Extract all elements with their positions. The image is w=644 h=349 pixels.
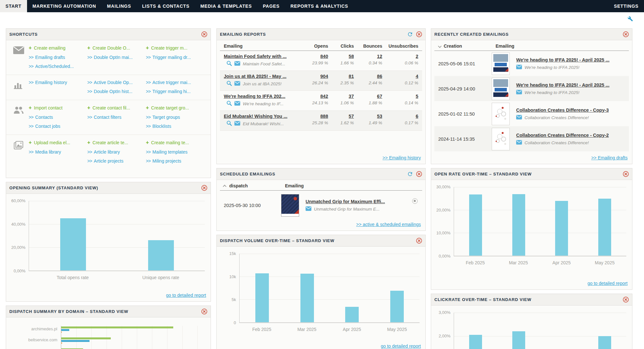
- emailing-name-link[interactable]: We're heading to IFFA 2025! - April 2025…: [516, 57, 625, 62]
- shortcut-link-link[interactable]: >>Mailing templates: [146, 149, 203, 155]
- search-icon[interactable]: [226, 120, 232, 127]
- bounces-value-link[interactable]: 53: [354, 114, 382, 119]
- shortcut-link-link[interactable]: >>Active trigger mai...: [146, 80, 203, 85]
- close-icon[interactable]: [201, 31, 207, 37]
- emailing-name-link[interactable]: Maintain Food Safety with ...: [224, 54, 301, 59]
- column-header-emailing[interactable]: Emailing: [285, 183, 418, 188]
- wrench-icon[interactable]: [628, 16, 633, 22]
- shortcut-create-link[interactable]: +Import contact: [29, 105, 85, 111]
- detailed-report-link[interactable]: go to detailed report: [587, 281, 628, 286]
- shortcut-link-link[interactable]: >>Active Double Op...: [87, 80, 144, 85]
- shortcut-link-link[interactable]: >>Article library: [87, 149, 144, 155]
- shortcut-link-link[interactable]: >>Active/Scheduled...: [29, 64, 85, 69]
- shortcut-create-link[interactable]: +Create emailing: [29, 45, 85, 51]
- close-icon[interactable]: [201, 185, 207, 191]
- shortcut-link-link[interactable]: >>Trigger mailing dr...: [146, 55, 203, 60]
- emailing-name-link[interactable]: Eid Mubarak! Wishing You ...: [224, 114, 301, 119]
- nav-item-marketing-automation[interactable]: MARKETING AUTOMATION: [27, 0, 102, 12]
- emailing-drafts-link[interactable]: >> Emailing drafts: [591, 155, 628, 160]
- mail-icon[interactable]: [516, 65, 522, 71]
- emailing-name-link[interactable]: Join us at IBA 2025! - May ...: [224, 74, 301, 79]
- detailed-report-link[interactable]: go to detailed report: [381, 344, 421, 349]
- mail-icon[interactable]: [234, 101, 240, 107]
- close-icon[interactable]: [201, 308, 207, 315]
- close-icon[interactable]: [623, 297, 629, 303]
- shortcut-link-link[interactable]: >>Blocklists: [146, 124, 203, 129]
- nav-item-settings[interactable]: SETTINGS: [609, 0, 644, 12]
- clicks-value-link[interactable]: 58: [328, 54, 354, 59]
- close-icon[interactable]: [416, 31, 422, 37]
- close-icon[interactable]: [416, 171, 422, 177]
- unsubscribes-value-link[interactable]: 2: [382, 54, 418, 59]
- shortcut-link-link[interactable]: >>Contact jobs: [29, 124, 85, 129]
- mail-icon[interactable]: [516, 90, 522, 96]
- shortcut-link-link[interactable]: >>Emailing history: [29, 80, 85, 85]
- clicks-value-link[interactable]: 81: [328, 74, 354, 79]
- mail-icon[interactable]: [516, 115, 522, 121]
- shortcut-create-link[interactable]: +Upload media el...: [29, 140, 85, 146]
- nav-item-mailings[interactable]: MAILINGS: [101, 0, 137, 12]
- emailing-history-link[interactable]: >> Emailing history: [383, 155, 421, 160]
- nav-item-start[interactable]: START: [0, 0, 27, 12]
- stop-icon[interactable]: [412, 198, 418, 204]
- shortcut-link-link[interactable]: >>Emailing drafts: [29, 55, 85, 60]
- shortcut-link-link[interactable]: >>Contacts: [29, 115, 85, 120]
- emailing-name-link[interactable]: We're heading to IFFA 202...: [224, 94, 301, 99]
- mail-icon[interactable]: [234, 81, 240, 87]
- column-header-emailing[interactable]: Emailing: [496, 43, 625, 49]
- column-header-dispatch[interactable]: dispatch: [224, 183, 285, 188]
- unsubscribes-value-link[interactable]: 4: [382, 74, 418, 79]
- shortcut-link-link[interactable]: >>Contact filters: [87, 115, 144, 120]
- opens-value-link[interactable]: 842: [301, 94, 328, 99]
- shortcut-link-link[interactable]: >>Miling projects: [146, 158, 203, 164]
- shortcut-create-link[interactable]: +Create contact fil...: [87, 105, 144, 111]
- detailed-report-link[interactable]: go to detailed report: [166, 293, 206, 298]
- emailing-name-link[interactable]: We're heading to IFFA 2025! - April 2025…: [516, 82, 625, 88]
- mail-icon[interactable]: [306, 206, 311, 212]
- opens-value-link[interactable]: 888: [301, 114, 328, 119]
- emailing-name-link[interactable]: Collaboration Creates Difference - Copy-…: [516, 108, 625, 113]
- column-header-creation[interactable]: Creation: [438, 43, 496, 49]
- shortcut-link-link[interactable]: >>Media library: [29, 149, 85, 155]
- unsubscribes-value-link[interactable]: 5: [382, 94, 418, 99]
- close-icon[interactable]: [623, 31, 629, 37]
- search-icon[interactable]: [226, 61, 232, 67]
- nav-item-lists-contacts[interactable]: LISTS & CONTACTS: [137, 0, 195, 12]
- emailing-name-link[interactable]: Unmatched Grip for Maximum Effi...: [306, 199, 418, 204]
- clicks-value-link[interactable]: 37: [328, 94, 354, 99]
- close-icon[interactable]: [416, 238, 422, 244]
- column-header-unsubscribes[interactable]: Unsubscribes: [382, 43, 418, 49]
- clicks-value-link[interactable]: 57: [328, 114, 354, 119]
- shortcut-create-link[interactable]: +Create mailing te...: [146, 140, 203, 146]
- column-header-clicks[interactable]: Clicks: [328, 43, 354, 49]
- refresh-icon[interactable]: [407, 171, 413, 177]
- mail-icon[interactable]: [234, 61, 240, 67]
- search-icon[interactable]: [226, 100, 232, 107]
- shortcut-create-link[interactable]: +Create target gro...: [146, 105, 203, 111]
- opens-value-link[interactable]: 840: [301, 54, 328, 59]
- column-header-bounces[interactable]: Bounces: [354, 43, 382, 49]
- bounces-value-link[interactable]: 86: [354, 74, 382, 79]
- shortcut-create-link[interactable]: +Create article te...: [87, 140, 144, 146]
- search-icon[interactable]: [226, 80, 232, 87]
- bounces-value-link[interactable]: 12: [354, 54, 382, 59]
- shortcut-link-link[interactable]: >>Trigger mailing hi...: [146, 89, 203, 94]
- column-header-opens[interactable]: Opens: [301, 43, 328, 49]
- shortcut-link-link[interactable]: >>Target groups: [146, 115, 203, 120]
- shortcut-link-link[interactable]: >>Double OptIn mai...: [87, 55, 144, 60]
- emailing-name-link[interactable]: Collaboration Creates Difference - Copy-…: [516, 133, 625, 138]
- active-scheduled-emailings-link[interactable]: >> active & scheduled emailings: [356, 222, 421, 227]
- close-icon[interactable]: [623, 171, 629, 177]
- shortcut-link-link[interactable]: >>Double OptIn hist...: [87, 89, 144, 94]
- shortcut-link-link[interactable]: >>Article projects: [87, 158, 144, 164]
- shortcut-create-link[interactable]: +Create trigger m...: [146, 45, 203, 51]
- mail-icon[interactable]: [516, 140, 522, 146]
- nav-item-media-templates[interactable]: MEDIA & TEMPLATES: [195, 0, 257, 12]
- column-header-emailing[interactable]: Emailing: [224, 43, 301, 49]
- bounces-value-link[interactable]: 67: [354, 94, 382, 99]
- mail-icon[interactable]: [234, 121, 240, 127]
- shortcut-create-link[interactable]: +Create Double O...: [87, 45, 144, 51]
- nav-item-pages[interactable]: PAGES: [257, 0, 285, 12]
- refresh-icon[interactable]: [407, 31, 413, 37]
- unsubscribes-value-link[interactable]: 6: [382, 114, 418, 119]
